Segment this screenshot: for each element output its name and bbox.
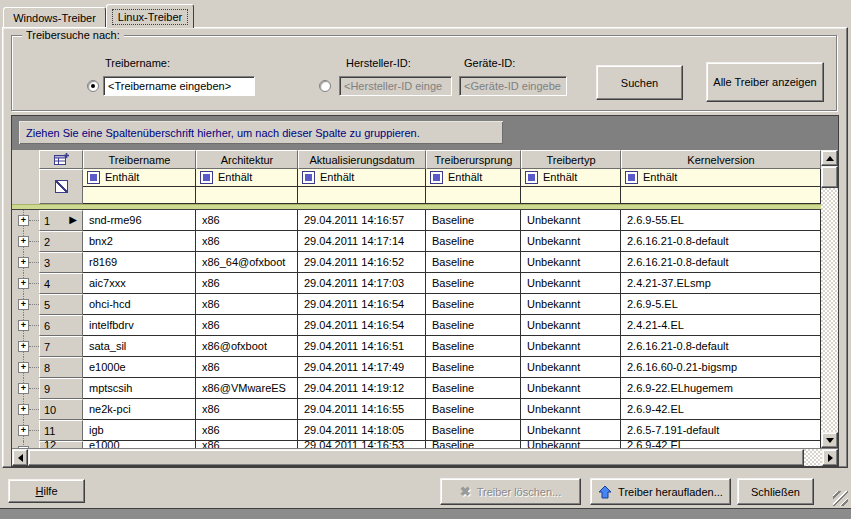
- row-number-cell[interactable]: 4: [39, 273, 83, 294]
- table-row[interactable]: +10ne2k-pcix8629.04.2011 14:16:55Baselin…: [12, 399, 821, 420]
- cell-treibername[interactable]: igb: [83, 420, 196, 441]
- cell-treibername[interactable]: ohci-hcd: [83, 294, 196, 315]
- cell-aktualisierungsdatum[interactable]: 29.04.2011 14:17:49: [298, 357, 426, 378]
- cell-aktualisierungsdatum[interactable]: 29.04.2011 14:18:05: [298, 420, 426, 441]
- cell-kernelversion[interactable]: 2.6.9-22.ELhugemem: [621, 378, 821, 399]
- cell-architektur[interactable]: x86: [196, 315, 298, 336]
- cell-architektur[interactable]: x86: [196, 231, 298, 252]
- treiber-heraufladen-button[interactable]: Treiber heraufladen...: [590, 478, 731, 505]
- cell-kernelversion[interactable]: 2.6.16.21-0.8-default: [621, 231, 821, 252]
- expand-plus-icon[interactable]: +: [18, 257, 29, 268]
- filter-value-treiberursprung[interactable]: [426, 187, 520, 205]
- hersteller-id-radio[interactable]: [319, 80, 331, 92]
- expand-plus-icon[interactable]: +: [18, 383, 29, 394]
- column-header-aktualisierungsdatum[interactable]: Aktualisierungsdatum: [298, 150, 426, 169]
- vertical-scrollbar[interactable]: [821, 150, 838, 448]
- cell-treibername[interactable]: snd-rme96: [83, 210, 196, 231]
- cell-treiberursprung[interactable]: Baseline: [426, 273, 521, 294]
- row-number-cell[interactable]: 9: [39, 378, 83, 399]
- filter-condition-kernelversion[interactable]: Enthält: [621, 169, 820, 187]
- cell-architektur[interactable]: x86: [196, 273, 298, 294]
- treibername-radio[interactable]: [87, 80, 99, 92]
- cell-architektur[interactable]: x86: [196, 357, 298, 378]
- cell-treibertyp[interactable]: Unbekannt: [521, 336, 621, 357]
- table-row[interactable]: +5ohci-hcdx8629.04.2011 14:16:54Baseline…: [12, 294, 821, 315]
- cell-treibertyp[interactable]: Unbekannt: [521, 273, 621, 294]
- table-row[interactable]: +2bnx2x8629.04.2011 14:17:14BaselineUnbe…: [12, 231, 821, 252]
- row-number-cell[interactable]: 6: [39, 315, 83, 336]
- cell-treibername[interactable]: aic7xxx: [83, 273, 196, 294]
- cell-kernelversion[interactable]: 2.6.5-7.191-default: [621, 420, 821, 441]
- cell-architektur[interactable]: x86: [196, 210, 298, 231]
- cell-kernelversion[interactable]: 2.4.21-37.ELsmp: [621, 273, 821, 294]
- cell-kernelversion[interactable]: 2.6.9-42.EL: [621, 441, 821, 448]
- tab-windows-treiber[interactable]: Windows-Treiber: [3, 7, 106, 28]
- cell-treiberursprung[interactable]: Baseline: [426, 231, 521, 252]
- cell-treibertyp[interactable]: Unbekannt: [521, 378, 621, 399]
- expand-plus-icon[interactable]: +: [18, 341, 29, 352]
- column-header-treiberursprung[interactable]: Treiberursprung: [426, 150, 521, 169]
- tab-linux-treiber[interactable]: Linux-Treiber: [106, 4, 194, 28]
- cell-aktualisierungsdatum[interactable]: 29.04.2011 14:17:14: [298, 231, 426, 252]
- filter-value-aktualisierungsdatum[interactable]: [298, 187, 425, 205]
- table-row[interactable]: +3r8169x86_64@ofxboot29.04.2011 14:16:52…: [12, 252, 821, 273]
- cell-treiberursprung[interactable]: Baseline: [426, 252, 521, 273]
- scroll-down-button[interactable]: [821, 432, 838, 448]
- filter-value-treibertyp[interactable]: [521, 187, 620, 205]
- cell-treiberursprung[interactable]: Baseline: [426, 441, 521, 448]
- cell-aktualisierungsdatum[interactable]: 29.04.2011 14:16:55: [298, 399, 426, 420]
- row-number-cell[interactable]: 1▶: [39, 210, 83, 231]
- horizontal-scroll-thumb[interactable]: [28, 449, 804, 466]
- cell-architektur[interactable]: x86@VMwareES: [196, 378, 298, 399]
- cell-treiberursprung[interactable]: Baseline: [426, 336, 521, 357]
- cell-treibertyp[interactable]: Unbekannt: [521, 252, 621, 273]
- table-row[interactable]: +8e1000ex8629.04.2011 14:17:49BaselineUn…: [12, 357, 821, 378]
- cell-aktualisierungsdatum[interactable]: 29.04.2011 14:16:53: [298, 441, 426, 448]
- expand-plus-icon[interactable]: +: [18, 215, 29, 226]
- cell-treiberursprung[interactable]: Baseline: [426, 399, 521, 420]
- cell-treibertyp[interactable]: Unbekannt: [521, 420, 621, 441]
- column-header-kernelversion[interactable]: Kernelversion: [621, 150, 821, 169]
- column-header-architektur[interactable]: Architektur: [196, 150, 298, 169]
- cell-aktualisierungsdatum[interactable]: 29.04.2011 14:16:57: [298, 210, 426, 231]
- filter-condition-treiberursprung[interactable]: Enthält: [426, 169, 520, 187]
- table-row[interactable]: +6intelfbdrvx8629.04.2011 14:16:54Baseli…: [12, 315, 821, 336]
- filter-value-architektur[interactable]: [196, 187, 297, 205]
- expand-plus-icon[interactable]: +: [18, 404, 29, 415]
- column-chooser-button[interactable]: [39, 150, 83, 169]
- cell-aktualisierungsdatum[interactable]: 29.04.2011 14:17:03: [298, 273, 426, 294]
- expand-plus-icon[interactable]: +: [18, 278, 29, 289]
- hilfe-button[interactable]: Hilfe: [8, 479, 85, 503]
- cell-treibername[interactable]: intelfbdrv: [83, 315, 196, 336]
- expand-plus-icon[interactable]: +: [18, 362, 29, 373]
- cell-architektur[interactable]: x86: [196, 294, 298, 315]
- scroll-right-button[interactable]: [822, 449, 838, 466]
- table-row[interactable]: +12e1000x8629.04.2011 14:16:53BaselineUn…: [12, 441, 821, 448]
- cell-treibertyp[interactable]: Unbekannt: [521, 357, 621, 378]
- geraete-id-input[interactable]: [459, 76, 567, 96]
- cell-treibername[interactable]: e1000: [83, 441, 196, 448]
- cell-kernelversion[interactable]: 2.6.9-42.EL: [621, 399, 821, 420]
- expand-plus-icon[interactable]: +: [18, 299, 29, 310]
- cell-kernelversion[interactable]: 2.4.21-4.EL: [621, 315, 821, 336]
- cell-treibertyp[interactable]: Unbekannt: [521, 294, 621, 315]
- expand-plus-icon[interactable]: +: [18, 425, 29, 436]
- filter-condition-architektur[interactable]: Enthält: [196, 169, 297, 187]
- cell-aktualisierungsdatum[interactable]: 29.04.2011 14:16:51: [298, 336, 426, 357]
- filter-condition-aktualisierungsdatum[interactable]: Enthält: [298, 169, 425, 187]
- horizontal-scrollbar[interactable]: [12, 448, 838, 466]
- cell-kernelversion[interactable]: 2.6.16.21-0.8-default: [621, 336, 821, 357]
- vertical-scroll-thumb[interactable]: [821, 166, 838, 188]
- column-header-treibername[interactable]: Treibername: [83, 150, 196, 169]
- expand-plus-icon[interactable]: +: [18, 446, 29, 448]
- table-row[interactable]: +11igbx8629.04.2011 14:18:05BaselineUnbe…: [12, 420, 821, 441]
- cell-treibertyp[interactable]: Unbekannt: [521, 399, 621, 420]
- cell-aktualisierungsdatum[interactable]: 29.04.2011 14:19:12: [298, 378, 426, 399]
- scroll-left-button[interactable]: [12, 449, 28, 466]
- row-number-cell[interactable]: 2: [39, 231, 83, 252]
- filter-condition-treibertyp[interactable]: Enthält: [521, 169, 620, 187]
- alle-treiber-anzeigen-button[interactable]: Alle Treiber anzeigen: [706, 62, 824, 102]
- cell-treibername[interactable]: e1000e: [83, 357, 196, 378]
- cell-kernelversion[interactable]: 2.6.9-5.EL: [621, 294, 821, 315]
- cell-treiberursprung[interactable]: Baseline: [426, 378, 521, 399]
